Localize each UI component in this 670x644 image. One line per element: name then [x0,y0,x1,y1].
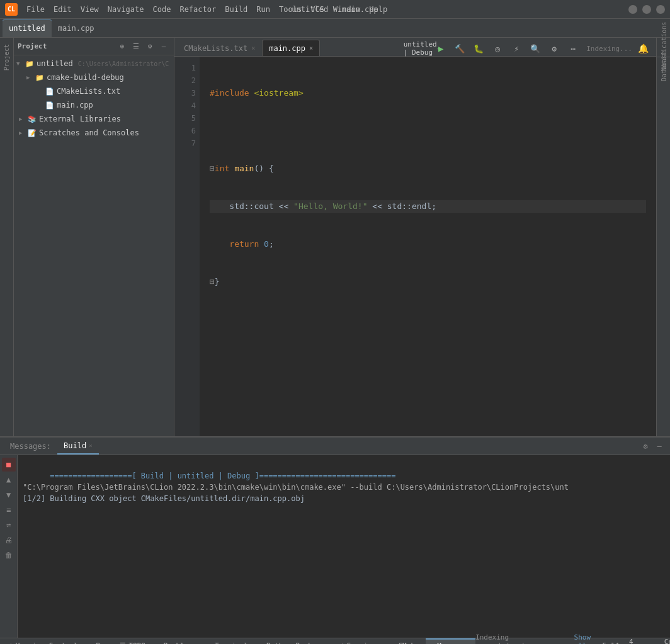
bottom-tab-build[interactable]: Build × [57,438,99,455]
menu-item-build[interactable]: Build [221,4,251,15]
project-panel-label[interactable]: Project [2,42,11,73]
build-clear-btn[interactable]: 🗑 [2,548,16,562]
search-button[interactable]: 🔍 [527,41,543,56]
statusbar-item-todo[interactable]: ☰ TODO [115,638,150,645]
bottom-tab-build-close[interactable]: × [89,443,92,449]
problems-icon: ⚠ [157,641,161,644]
sidebar-collapse-btn[interactable]: ☰ [130,40,142,53]
build-wrap-btn[interactable]: ⇌ [2,518,16,532]
menu-item-run[interactable]: Run [253,4,274,15]
project-tab-untitled-label: untitled [9,24,45,33]
terminal-icon: ▭ [208,641,213,644]
statusbar-item-services[interactable]: ⚙ Services [335,638,385,645]
statusbar-item-messages[interactable]: ◫ Messages [426,638,476,645]
profile-button[interactable]: ⚡ [508,41,525,56]
sidebar-sync-btn[interactable]: ⊕ [116,40,128,53]
python-label: Python Packages [266,641,329,644]
tree-item-scratches[interactable]: ▶ 📝 Scratches and Consoles [14,126,174,140]
project-tab-maincpp[interactable]: main.cpp [52,20,101,37]
run-config-dropdown[interactable]: untitled | Debug ▾ [414,41,430,56]
close-button[interactable]: × [656,5,665,14]
code-content[interactable]: #include <iostream> ⊟int main() { std::c… [200,57,656,436]
editor-area: CMakeLists.txt × main.cpp × untitled | D… [174,38,656,436]
code-line-2 [210,125,646,137]
menu-item-code[interactable]: Code [149,4,175,15]
tab-maincpp[interactable]: main.cpp × [262,40,320,56]
line-num-7: 7 [174,137,196,150]
tab-maincpp-label: main.cpp [269,44,305,53]
build-print-btn[interactable]: 🖨 [2,533,16,547]
scratches-label: Scratches and Consoles [39,128,139,137]
app-icon: CL [5,3,18,16]
cmake-build-debug-arrow: ▶ [26,74,33,81]
statusbar-item-problems[interactable]: ⚠ Problems [152,638,202,645]
run-button[interactable]: ▶ [433,41,449,56]
build-filter-btn[interactable]: ≡ [2,503,16,517]
root-path: C:\Users\Administrator\C [78,60,169,67]
window-controls: — □ × [628,5,665,14]
build-button[interactable]: 🔨 [451,41,468,56]
bottom-tab-messages-label[interactable]: Messages: [4,438,57,455]
bottom-hide-btn[interactable]: — [652,439,666,453]
menu-item-file[interactable]: File [23,4,48,15]
status-show-all[interactable]: Show all (2) [574,633,599,644]
tab-cmakelists-close[interactable]: × [251,45,255,52]
tab-cmakelists[interactable]: CMakeLists.txt × [177,40,262,56]
build-output[interactable]: ==================[ Build | untitled | D… [18,455,670,638]
build-left-toolbar: ■ ▲ ▼ ≡ ⇌ 🖨 🗑 [0,455,18,638]
status-line-col[interactable]: 5:14 [599,641,623,644]
code-line-6: ⊟} [210,276,646,288]
bottom-tab-build-text: Build [64,441,86,450]
tree-item-external-libs[interactable]: ▶ 📚 External Libraries [14,112,174,126]
run-coverage-button[interactable]: ◎ [489,41,506,56]
build-scroll-up[interactable]: ▲ [2,473,16,487]
build-scroll-down[interactable]: ▼ [2,488,16,502]
debug-button[interactable]: 🐛 [470,41,487,56]
project-tab-untitled[interactable]: untitled [3,20,52,37]
build-output-line-3: [1/2] Building CXX object CMakeFiles/unt… [23,494,305,503]
tree-item-maincpp[interactable]: ▶ 📄 main.cpp [14,98,174,112]
menu-item-view[interactable]: View [77,4,103,15]
cmakelists-icon: 📄 [45,88,54,96]
code-line-5: return 0; [210,238,646,251]
cmake-label: CMake [398,641,419,644]
settings-button[interactable]: ⚙ [546,41,562,56]
sidebar-settings-btn[interactable]: ⚙ [144,40,156,53]
statusbar-item-python[interactable]: ◉ Python Packages [254,638,334,645]
tree-item-cmake-build-debug[interactable]: ▶ 📁 cmake-build-debug [14,71,174,84]
menu-item-edit[interactable]: Edit [50,4,76,15]
tab-cmakelists-label: CMakeLists.txt [184,44,247,53]
tab-maincpp-close[interactable]: × [309,45,313,52]
minimize-button[interactable]: — [628,5,637,14]
tree-root[interactable]: ▼ 📁 untitled C:\Users\Administrator\C [14,57,174,71]
status-spaces[interactable]: 4 spaces [625,638,658,645]
menu-item-navigate[interactable]: Navigate [104,4,148,15]
bottom-settings-btn[interactable]: ⚙ [639,439,652,453]
statusbar-item-run[interactable]: ▶ Run [84,638,114,645]
statusbar-item-terminal[interactable]: ▭ Terminal [203,638,254,645]
project-tabs-bar: untitled main.cpp [0,19,670,38]
more-button[interactable]: ⋯ [565,41,581,56]
build-stop-btn[interactable]: ■ [2,458,16,472]
cmake-build-debug-label: cmake-build-debug [47,73,124,82]
line-numbers: 1 2 3 4 5 6 7 [174,57,200,436]
cmake-icon: △ [392,641,396,644]
problems-label: Problems [164,641,197,644]
maximize-button[interactable]: □ [642,5,651,14]
menu-item-refactor[interactable]: Refactor [176,4,220,15]
status-indexing-text: Indexing paused due to Build [475,633,533,644]
code-editor[interactable]: 1 2 3 4 5 6 7 #include <iostream> ⊟int m… [174,57,656,436]
database-icon[interactable]: Database [657,60,670,72]
statusbar-item-vcs[interactable]: ⬆ Version Control [4,638,83,645]
statusbar-item-cmake[interactable]: △ CMake [387,638,424,645]
window-title: untitled - main.cpp [292,5,378,14]
services-icon: ⚙ [340,641,344,644]
tree-item-cmakelists[interactable]: ▶ 📄 CMakeLists.txt [14,84,174,98]
titlebar: CL FileEditViewNavigateCodeRefactorBuild… [0,0,670,19]
sidebar-title: Project [18,42,113,50]
todo-icon: ☰ [120,641,126,644]
sidebar-hide-btn[interactable]: — [157,40,170,53]
todo-label: TODO [128,641,145,644]
build-output-line-2: "C:\Program Files\JetBrains\CLion 2022.2… [23,483,569,492]
notifications-btn[interactable]: 🔔 [635,41,651,56]
